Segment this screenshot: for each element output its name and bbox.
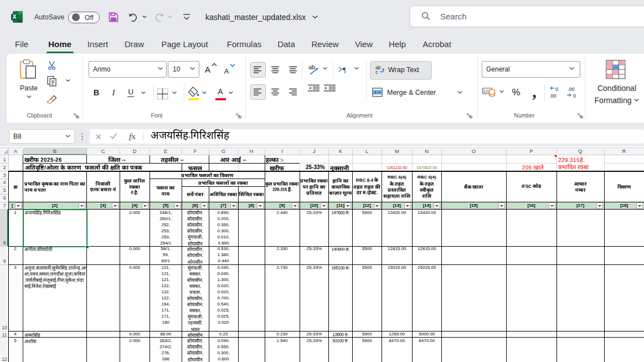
- svg-text:ab: ab: [308, 64, 315, 70]
- svg-text:¶: ¶: [343, 65, 346, 74]
- svg-text:0: 0: [555, 86, 558, 92]
- svg-text:X: X: [13, 14, 17, 20]
- svg-text:.00: .00: [568, 86, 575, 92]
- svg-text:.00: .00: [549, 93, 557, 99]
- svg-text:0: 0: [573, 93, 576, 99]
